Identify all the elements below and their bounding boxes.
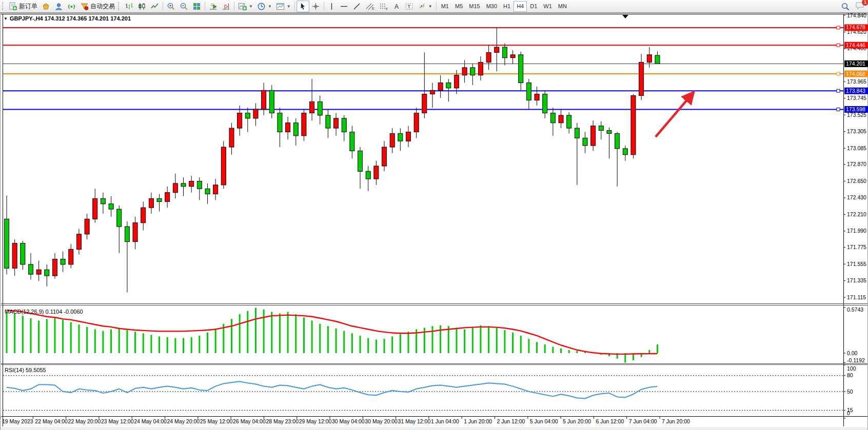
macd-histogram-bar	[488, 326, 489, 353]
timeframe-h4[interactable]: H4	[514, 1, 527, 12]
candle-body	[446, 83, 451, 88]
macd-histogram-bar	[279, 314, 281, 354]
rsi-axis-label: 50	[847, 388, 853, 395]
timeframe-m1[interactable]: M1	[438, 1, 452, 12]
candle-body	[655, 55, 660, 64]
tile-windows-button[interactable]	[190, 1, 203, 12]
time-axis-label: 23 May 12:00	[101, 418, 134, 424]
timeframe-m5[interactable]: M5	[452, 1, 466, 12]
vertical-line-button[interactable]	[326, 1, 338, 12]
crosshair-button[interactable]	[309, 1, 322, 12]
indicators-button[interactable]: ▼	[236, 1, 255, 12]
price-axis-badge-text: 174.678	[846, 24, 865, 30]
line-chart-button[interactable]	[148, 1, 161, 12]
level-line-handle[interactable]	[837, 108, 840, 111]
candle-body	[245, 113, 250, 118]
candle-body	[85, 219, 89, 234]
horizontal-line-button[interactable]	[338, 1, 350, 12]
chart-menu-icon[interactable]: ▼	[4, 16, 8, 21]
macd-histogram-bar	[295, 314, 297, 353]
zoom-in-button[interactable]	[165, 1, 177, 12]
macd-axis-label: 0.00	[847, 350, 858, 356]
candle-body	[486, 52, 491, 62]
arrows-button[interactable]: ▼	[416, 1, 435, 12]
zoom-out-button[interactable]	[177, 1, 190, 12]
auto-scroll-icon	[209, 2, 218, 11]
candle-body	[550, 113, 555, 123]
macd-histogram-bar	[648, 350, 650, 353]
level-line-handle[interactable]	[837, 72, 840, 75]
periods-button[interactable]: ▼	[255, 1, 274, 12]
candle-body	[438, 83, 443, 90]
candle-body	[253, 109, 258, 118]
macd-histogram-bar	[560, 349, 562, 353]
text-button[interactable]: A	[391, 1, 403, 12]
templates-button[interactable]: ▼	[274, 1, 293, 12]
price-axis-label: 171.555	[847, 261, 866, 267]
time-axis-label: 22 May 04:00	[35, 418, 68, 424]
arrows-icon	[418, 2, 426, 11]
chart-canvas[interactable]: 174.840174.620174.400173.965173.745173.5…	[0, 13, 868, 430]
candle-body	[286, 123, 290, 132]
bar-chart-button[interactable]	[123, 1, 135, 12]
macd-histogram-bar	[657, 344, 658, 353]
timeframe-h1[interactable]: H1	[500, 1, 514, 12]
fibonacci-icon: F	[379, 2, 389, 11]
chat-button[interactable]: 1	[855, 1, 865, 12]
svg-text:A: A	[394, 3, 399, 10]
candle-body	[61, 259, 65, 264]
candlestick-chart-button[interactable]	[135, 1, 148, 12]
community-button[interactable]	[52, 1, 65, 12]
candle-body	[422, 94, 427, 113]
cursor-button[interactable]	[297, 1, 309, 12]
market-button[interactable]	[40, 1, 52, 12]
horizontal-line-icon	[340, 2, 348, 11]
candle-body	[358, 151, 363, 171]
candle-body	[310, 101, 314, 113]
signals-button[interactable]	[65, 1, 78, 12]
new-order-button[interactable]: 新订单	[7, 1, 40, 12]
price-axis-badge-text: 173.843	[846, 88, 865, 94]
macd-histogram-bar	[94, 330, 96, 354]
crosshair-icon	[311, 2, 320, 11]
search-icon[interactable]	[841, 2, 850, 11]
trendline-button[interactable]	[350, 1, 363, 12]
chart-area[interactable]: 174.840174.620174.400173.965173.745173.5…	[0, 13, 868, 430]
auto-scroll-button[interactable]	[207, 1, 220, 12]
macd-axis-label: -0.1192	[847, 357, 865, 363]
fibonacci-button[interactable]: F	[377, 1, 391, 12]
timeframe-m30[interactable]: M30	[483, 1, 500, 12]
candle-body	[12, 243, 17, 269]
autotrading-button[interactable]: 自动交易	[78, 1, 117, 12]
text-label-icon: T	[405, 2, 413, 11]
timeframe-w1[interactable]: W1	[540, 1, 555, 12]
candle-body	[101, 198, 105, 203]
macd-histogram-bar	[360, 336, 361, 353]
timeframe-d1[interactable]: D1	[527, 1, 540, 12]
macd-histogram-bar	[376, 340, 377, 353]
chart-title: ▼GBPJPY-,H4 174.312 174.365 174.201 174.…	[4, 15, 131, 22]
level-line-handle[interactable]	[837, 89, 840, 92]
toolbar-grip	[118, 2, 122, 10]
macd-histogram-bar	[271, 312, 272, 353]
level-line-handle[interactable]	[837, 44, 840, 47]
price-axis-label: 171.115	[847, 294, 866, 300]
text-icon: A	[393, 2, 401, 11]
chart-shift-button[interactable]	[220, 1, 232, 12]
level-line-handle[interactable]	[837, 26, 840, 29]
macd-histogram-bar	[102, 331, 104, 353]
time-axis-label: 1 Jun 04:00	[431, 418, 459, 424]
candle-body	[197, 181, 202, 189]
macd-histogram-bar	[30, 318, 31, 353]
timeframe-mn[interactable]: MN	[555, 1, 570, 12]
time-axis-label: 30 May 04:00	[332, 418, 365, 424]
vertical-line-icon	[328, 2, 336, 11]
dropdown-arrow-icon: ▼	[249, 4, 253, 9]
chat-badge: 1	[862, 0, 868, 6]
equidistant-channel-button[interactable]: E	[363, 1, 377, 12]
rsi-axis-label: 0	[847, 410, 850, 416]
macd-histogram-bar	[472, 327, 474, 353]
macd-histogram-bar	[239, 314, 241, 353]
text-label-button[interactable]: T	[403, 1, 416, 12]
timeframe-m15[interactable]: M15	[466, 1, 483, 12]
